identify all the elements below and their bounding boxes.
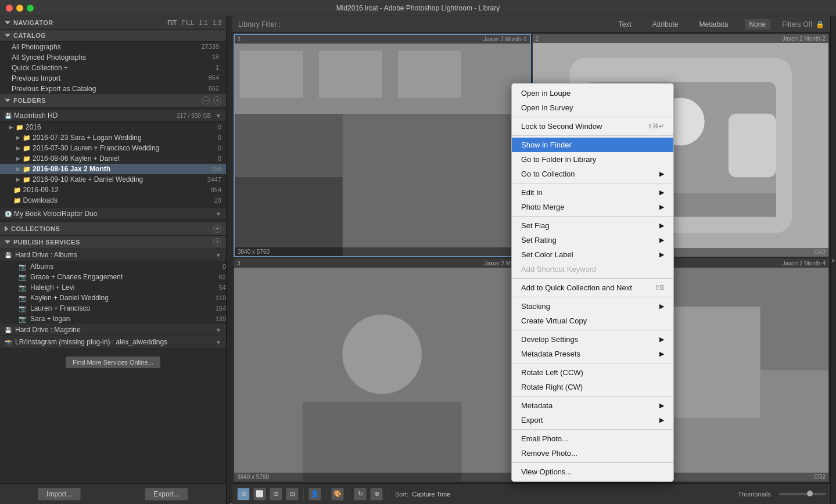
publish-instagram[interactable]: 📸 LR/Instagram (missing plug-in) : alex_… (0, 336, 226, 348)
folder-2016-09-12[interactable]: 📁 2016-09-12 854 (0, 185, 226, 195)
nav-fill[interactable]: FILL (181, 19, 194, 26)
right-arrow-icon: ▶ (832, 258, 835, 263)
publish-item-albums[interactable]: 📷 Albums 0 (0, 261, 226, 272)
folders-remove-button[interactable]: − (202, 96, 210, 105)
find-more-button[interactable]: Find More Services Online... (66, 357, 160, 368)
folder-jax-2-month[interactable]: ▶ 📁 2016-08-16 Jax 2 Month 158 (0, 164, 226, 174)
cm-go-to-folder[interactable]: Go to Folder in Library (512, 152, 673, 167)
cm-sep-3 (512, 183, 673, 183)
cm-metadata-presets[interactable]: Metadata Presets ▶ (512, 347, 673, 361)
target-button[interactable]: ⊕ (370, 488, 383, 501)
catalog-header[interactable]: Catalog (0, 30, 226, 42)
filter-metadata-button[interactable]: Metadata (694, 19, 733, 30)
cm-view-options[interactable]: View Options... (512, 465, 673, 479)
publish-hard-drive-magzine[interactable]: 💾 Hard Drive : Magzine ▼ (0, 324, 226, 336)
close-button[interactable] (6, 5, 13, 12)
cm-lock-second-window[interactable]: Lock to Second Window ⇧⌘↵ (512, 119, 673, 134)
album-icon: 📷 (19, 315, 27, 323)
cm-metadata-arrow: ▶ (659, 402, 664, 409)
catalog-item-prev-import[interactable]: Previous Import 854 (0, 73, 226, 84)
grid-view-button[interactable]: ⊞ (237, 488, 250, 501)
cm-show-in-finder[interactable]: Show in Finder (512, 138, 673, 152)
cm-set-color-label[interactable]: Set Color Label ▶ (512, 247, 673, 262)
folder-sara-logan[interactable]: ▶ 📁 2016-07-23 Sara + Logan Wedding 0 (0, 132, 226, 143)
grid-cell-1[interactable]: 1 Jaxon 2 Month-1 (234, 34, 531, 257)
sync-button[interactable]: ↻ (354, 488, 367, 501)
cm-remove-photo[interactable]: Remove Photo... (512, 446, 673, 460)
album-icon: 📷 (19, 284, 27, 291)
drive-external[interactable]: 💽 My Book VelociRaptor Duo ▼ (0, 208, 226, 220)
publish-item-lauren-francisco[interactable]: 📷 Lauren + Francisco 154 (0, 303, 226, 314)
folder-expand-icon: ▶ (16, 156, 20, 161)
cm-show-finder-label: Show in Finder (521, 141, 572, 149)
publish-services-header[interactable]: Publish Services + (0, 236, 226, 249)
sort-value[interactable]: Capture Time (412, 491, 450, 498)
nav-1-3[interactable]: 1:3 (213, 19, 221, 26)
cm-set-flag[interactable]: Set Flag ▶ (512, 218, 673, 233)
catalog-item-synced[interactable]: All Synced Photographs 18 (0, 52, 226, 63)
cm-set-rating[interactable]: Set Rating ▶ (512, 233, 673, 247)
catalog-item-count: 18 (212, 53, 219, 62)
collections-add-button[interactable]: + (213, 225, 221, 233)
survey-view-button[interactable]: ⊟ (286, 488, 299, 501)
people-view-button[interactable]: 👤 (308, 488, 321, 501)
left-panel-toggle[interactable]: ◀ (227, 260, 232, 504)
catalog-item-prev-export[interactable]: Previous Export as Catalog 662 (0, 84, 226, 94)
folder-downloads[interactable]: 📁 Downloads 20 (0, 195, 226, 206)
compare-view-button[interactable]: ⧉ (270, 488, 282, 501)
collections-header[interactable]: Collections + (0, 222, 226, 236)
cm-open-survey[interactable]: Open in Survey (512, 100, 673, 115)
publish-hard-drive-albums[interactable]: 💾 Hard Drive : Albums ▼ (0, 249, 226, 261)
cm-export[interactable]: Export ▶ (512, 413, 673, 427)
import-button[interactable]: Import... (38, 488, 81, 501)
nav-fit[interactable]: FIT (167, 19, 177, 26)
slider-thumb (807, 491, 813, 496)
loupe-view-button[interactable]: ⬜ (253, 488, 266, 501)
minimize-button[interactable] (16, 5, 23, 12)
cm-edit-in[interactable]: Edit In ▶ (512, 185, 673, 200)
cm-email-photo[interactable]: Email Photo... (512, 431, 673, 446)
publish-services-add-button[interactable]: + (213, 238, 221, 246)
folders-add-button[interactable]: + (213, 96, 221, 105)
cm-stacking[interactable]: Stacking ▶ (512, 299, 673, 314)
filter-none-button[interactable]: None (745, 19, 771, 30)
folder-kaylen-daniel[interactable]: ▶ 📁 2016-08-06 Kaylen + Daniel 0 (0, 153, 226, 164)
cm-add-quick-collection[interactable]: Add to Quick Collection and Next ⇧B (512, 280, 673, 295)
grid-cell-3[interactable]: 3 Jaxon 2 Month-3 3840 x 5760 CR2 (234, 258, 531, 482)
filter-text-button[interactable]: Text (614, 19, 636, 30)
folders-header[interactable]: Folders − + (0, 94, 226, 107)
cm-sep-4 (512, 216, 673, 217)
catalog-item-quick[interactable]: Quick Collection + 1 (0, 63, 226, 73)
nav-1-1[interactable]: 1:1 (199, 19, 207, 26)
drive-macintosh-hd[interactable]: 💾 Macintosh HD 217 / 930 GB ▼ (0, 110, 226, 122)
publish-services-collapse-icon (5, 240, 10, 244)
cm-open-loupe[interactable]: Open in Loupe (512, 86, 673, 100)
publish-item-grace[interactable]: 📷 Grace + Charles Engagement 62 (0, 272, 226, 282)
window-controls[interactable] (6, 5, 34, 12)
cm-photo-merge[interactable]: Photo Merge ▶ (512, 200, 673, 214)
publish-item-haleigh[interactable]: 📷 Haleigh + Levi 54 (0, 282, 226, 293)
export-button[interactable]: Export... (145, 488, 188, 501)
cm-create-virtual-copy[interactable]: Create Virtual Copy (512, 314, 673, 328)
spray-button[interactable]: 🎨 (331, 488, 344, 501)
filter-bar: Library Filter : Text Attribute Metadata… (232, 16, 830, 33)
cm-go-to-collection[interactable]: Go to Collection ▶ (512, 167, 673, 181)
publish-item-sara-logan[interactable]: 📷 Sara + logan 139 (0, 314, 226, 324)
cm-rotate-left[interactable]: Rotate Left (CCW) (512, 365, 673, 380)
collections-header-left: Collections (5, 225, 60, 232)
cell-1-dims: 3840 x 5760 (238, 249, 270, 255)
cm-metadata[interactable]: Metadata ▶ (512, 398, 673, 413)
right-panel-toggle[interactable]: ▶ (830, 16, 836, 504)
publish-item-kaylen-daniel[interactable]: 📷 Kaylen + Daniel Wedding 110 (0, 293, 226, 303)
filter-attribute-button[interactable]: Attribute (648, 19, 683, 30)
cm-develop-settings[interactable]: Develop Settings ▶ (512, 332, 673, 347)
catalog-item-all-photos[interactable]: All Photographs 27339 (0, 42, 226, 52)
thumbnail-size-slider[interactable] (779, 493, 826, 495)
navigator-header[interactable]: Navigator FIT FILL 1:1 1:3 (0, 16, 226, 30)
folder-2016[interactable]: ▶ 📁 2016 0 (0, 122, 226, 132)
cm-rotate-right[interactable]: Rotate Right (CW) (512, 380, 673, 394)
cm-metadata-label: Metadata (521, 401, 552, 410)
maximize-button[interactable] (27, 5, 34, 12)
folder-lauren-francisco[interactable]: ▶ 📁 2016-07-30 Lauren + Francisco Weddin… (0, 143, 226, 153)
folder-katie-daniel[interactable]: ▶ 📁 2016-09-10 Katie + Daniel Wedding 34… (0, 174, 226, 185)
